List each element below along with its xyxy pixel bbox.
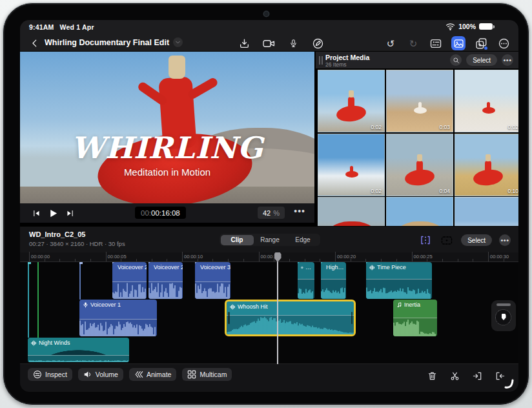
pencil-button[interactable]	[311, 36, 325, 50]
clip-header: Voiceover 2	[148, 262, 183, 272]
animate-button[interactable]: Animate	[129, 368, 177, 381]
timeline-ruler[interactable]: 00:00:0000:00:0500:00:1000:00:1500:00:20…	[20, 252, 518, 262]
battery-percent: 100%	[458, 23, 476, 30]
trim-handle[interactable]	[228, 312, 230, 324]
ruler-tick	[335, 252, 336, 261]
thumb-figure	[482, 107, 495, 114]
insert-left-button[interactable]	[470, 369, 484, 383]
zoom-level-button[interactable]: 42%	[258, 207, 285, 219]
trim-handle[interactable]	[351, 312, 353, 324]
segment-edge[interactable]: Edge	[287, 235, 320, 245]
media-thumbnail[interactable]: 0:02	[318, 134, 385, 196]
trash-icon	[427, 371, 437, 381]
trash-button[interactable]	[425, 369, 439, 383]
ruler-tick	[458, 259, 458, 261]
timeline-clip[interactable]: Time Piece	[366, 262, 432, 299]
media-thumbnail[interactable]: 0:02	[455, 70, 518, 132]
ruler-tick	[167, 259, 167, 261]
front-camera	[264, 12, 269, 16]
timeline-clip-name: WD_Intro_C2_05	[29, 230, 85, 238]
import-button[interactable]	[237, 36, 251, 50]
media-thumbnail[interactable]: 0:02	[318, 70, 385, 132]
search-icon	[453, 57, 460, 64]
media-thumbnail[interactable]: 0:10	[455, 134, 518, 196]
pencil-icon	[312, 38, 323, 49]
timeline-clip[interactable]: Voiceover 2	[112, 262, 147, 299]
media-thumbnail[interactable]	[455, 197, 518, 226]
ellipsis-icon: •••	[503, 56, 511, 64]
ellipsis-icon: •••	[500, 236, 509, 244]
skip-forward-button[interactable]	[63, 206, 77, 220]
segment-range[interactable]: Range	[254, 235, 287, 245]
segment-clip[interactable]: Clip	[221, 235, 254, 245]
timeline-clip[interactable]: Voiceover 1	[79, 300, 157, 336]
ruler-tick	[182, 252, 183, 261]
panel-drag-handle[interactable]	[319, 56, 323, 65]
media-select-button[interactable]: Select	[466, 54, 497, 66]
ruler-label: 00:00:05	[108, 254, 127, 260]
effects-button[interactable]	[474, 36, 488, 50]
ruler-tick	[106, 252, 107, 261]
video-frame[interactable]: WHIRLING Meditation in Motion	[20, 52, 314, 203]
timeline-select-button[interactable]: Select	[461, 234, 492, 246]
media-thumbnail[interactable]: 0:03	[386, 70, 453, 132]
import-icon	[239, 38, 250, 49]
media-browser-button[interactable]	[451, 36, 466, 50]
inspect-button[interactable]: Inspect	[28, 368, 72, 381]
inspect-icon	[33, 370, 42, 379]
timeline-clip[interactable]: High…	[321, 262, 346, 299]
redo-button[interactable]: ↻	[406, 36, 420, 50]
project-media-header: Project Media 26 Items Select •••	[316, 52, 518, 69]
timeline-clip[interactable]: Voiceover 3	[195, 262, 230, 299]
viewer-more-button[interactable]: •••	[294, 206, 305, 216]
back-button[interactable]	[28, 36, 42, 50]
clip-label: High…	[326, 264, 344, 270]
timecode-display[interactable]: 00:00:16:08	[135, 207, 186, 219]
media-more-button[interactable]: •••	[502, 54, 513, 66]
more-button[interactable]	[496, 36, 511, 50]
overlay-view-button[interactable]	[440, 233, 454, 247]
media-thumbnail[interactable]	[386, 197, 453, 226]
connect-clip-button[interactable]	[418, 233, 433, 247]
project-title-menu[interactable]: Whirling Documentary Final Edit	[45, 37, 183, 47]
timeline-clip[interactable]: …	[298, 262, 314, 299]
search-button[interactable]	[450, 54, 462, 66]
thumb-figure	[414, 107, 427, 114]
page-title: Whirling Documentary Final Edit	[45, 38, 169, 47]
clip-duration-badge: 0:04	[439, 188, 450, 194]
record-video-button[interactable]	[261, 36, 276, 50]
ruler-tick	[136, 259, 137, 261]
play-button[interactable]	[46, 206, 60, 220]
timeline-tracks: Voiceover 2Voiceover 2Voiceover 3…High…T…	[20, 262, 518, 364]
timeline-clip-info: 00:27 · 3840 × 2160 · HDR · 30 fps	[29, 240, 125, 247]
undo-button[interactable]: ↺	[384, 36, 398, 50]
ruler-tick	[381, 259, 382, 261]
volume-button[interactable]: Volume	[78, 368, 123, 381]
ellipsis-circle-icon	[498, 38, 509, 49]
record-audio-button[interactable]	[286, 36, 300, 50]
button-label: Animate	[147, 371, 172, 378]
blade-button[interactable]	[447, 369, 462, 383]
timeline-clip[interactable]: Inertia	[393, 300, 437, 336]
clip-waveform	[112, 281, 147, 299]
ruler-tick	[59, 259, 60, 261]
insert-right-icon	[495, 371, 505, 381]
button-label: Volume	[96, 371, 118, 378]
media-thumbnail[interactable]: 0:04	[386, 134, 453, 196]
skip-back-button[interactable]	[29, 206, 43, 220]
playhead[interactable]	[277, 252, 278, 364]
multicam-button[interactable]: Multicam	[182, 368, 232, 381]
clip-header: Whoosh Hit	[227, 301, 354, 312]
timeline-clip[interactable]: Voiceover 2	[148, 262, 183, 299]
timeline-clip[interactable]: Night Winds	[28, 338, 129, 362]
media-thumbnail[interactable]	[318, 197, 385, 226]
inspector-button[interactable]	[429, 36, 443, 50]
timeline-more-button[interactable]: •••	[499, 234, 511, 246]
timeline-clip[interactable]: Whoosh Hit	[225, 300, 356, 336]
ruler-label: 00:00:30	[490, 254, 509, 260]
dancer-hat	[169, 56, 185, 79]
thumb-figure	[336, 104, 367, 123]
clip-marker	[28, 262, 31, 264]
jog-wheel[interactable]	[491, 300, 516, 331]
clip-label: …	[305, 264, 311, 270]
